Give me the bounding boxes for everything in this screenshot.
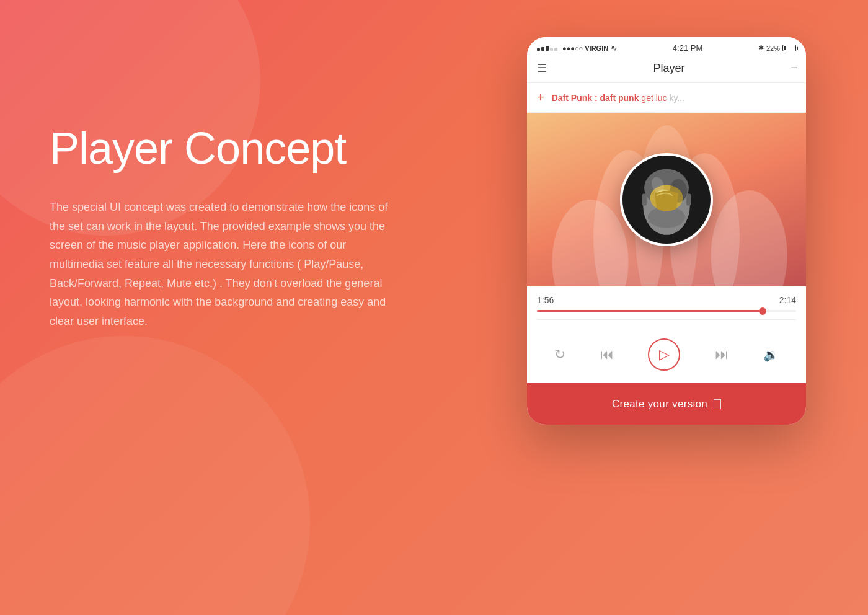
prev-button[interactable]: ⏮ — [600, 347, 614, 363]
page-description: The special UI concept was created to de… — [50, 198, 391, 330]
nav-bar: ☰ Player ⎓ — [527, 56, 806, 83]
progress-knob[interactable] — [759, 308, 766, 315]
song-header: + Daft Punk : daft punk get luc ky... — [527, 83, 806, 113]
song-name: get luc — [641, 93, 666, 103]
menu-icon[interactable]: ☰ — [537, 61, 547, 75]
svg-text:Daft Punk: Daft Punk — [657, 198, 676, 202]
svg-rect-13 — [642, 194, 647, 206]
progress-bar[interactable] — [537, 310, 796, 312]
status-battery-area: ✱ 22% — [758, 44, 796, 52]
add-song-icon[interactable]: + — [537, 91, 544, 105]
song-suffix: ky... — [670, 93, 685, 103]
cta-section[interactable]: Create your version ⎕ — [527, 383, 806, 425]
status-bar: ●●●○○ VIRGIN ∿ 4:21 PM ✱ 22% — [527, 37, 806, 56]
battery-icon — [782, 45, 796, 51]
controls-section: ↻ ⏮ ▷ ⏭ 🔉 — [527, 326, 806, 383]
left-content-area: Player Concept The special UI concept wa… — [50, 124, 391, 330]
song-artist: Daft Punk : daft punk — [552, 93, 639, 103]
battery-percent: 22% — [766, 45, 780, 52]
signal-dots — [537, 45, 557, 52]
phone-container: ●●●○○ VIRGIN ∿ 4:21 PM ✱ 22% ☰ Player ⎓ — [527, 37, 806, 425]
song-title-area: Daft Punk : daft punk get luc ky... — [552, 93, 684, 103]
album-art: Daft Punk — [620, 153, 713, 246]
divider — [537, 319, 796, 320]
cta-icon: ⎕ — [714, 397, 721, 411]
status-time: 4:21 PM — [673, 43, 702, 53]
status-carrier: ●●●○○ VIRGIN ∿ — [537, 44, 617, 53]
repeat-button[interactable]: ↻ — [554, 347, 565, 363]
time-current: 1:56 — [537, 295, 554, 305]
next-button[interactable]: ⏭ — [715, 347, 728, 363]
svg-rect-14 — [686, 194, 691, 206]
page-title: Player Concept — [50, 124, 391, 173]
bluetooth-icon: ✱ — [758, 44, 764, 52]
carrier-name: ●●●○○ VIRGIN — [562, 45, 608, 52]
time-row: 1:56 2:14 — [537, 295, 796, 305]
progress-section: 1:56 2:14 — [527, 286, 806, 326]
album-art-image: Daft Punk — [622, 153, 711, 246]
phone-mockup: ●●●○○ VIRGIN ∿ 4:21 PM ✱ 22% ☰ Player ⎓ — [527, 37, 806, 425]
play-button[interactable]: ▷ — [648, 338, 680, 371]
nav-title: Player — [653, 62, 684, 75]
bg-decoration-bottom — [0, 336, 310, 615]
album-section: Daft Punk — [527, 113, 806, 286]
filter-icon[interactable]: ⎓ — [791, 62, 796, 74]
cta-text: Create your version — [612, 398, 707, 410]
wifi-icon: ∿ — [611, 44, 617, 53]
volume-button[interactable]: 🔉 — [763, 347, 779, 362]
progress-fill — [537, 310, 763, 312]
time-total: 2:14 — [779, 295, 796, 305]
